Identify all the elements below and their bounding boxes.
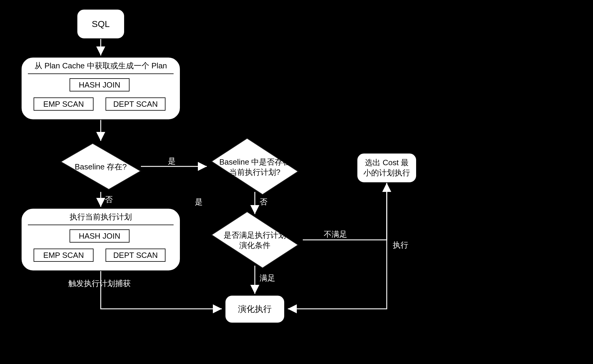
baseline-exists-diamond [61, 143, 141, 189]
edge-no-1: 否 [105, 194, 113, 205]
hash-join-box-2: HASH JOIN [70, 229, 130, 243]
edge-no-2: 否 [260, 197, 267, 207]
edge-execute: 执行 [393, 240, 408, 250]
flowchart-arrows [0, 0, 593, 364]
sql-label: SQL [92, 19, 110, 29]
dept-scan-box-2: DEPT SCAN [106, 249, 165, 262]
edge-trigger: 触发执行计划捕获 [68, 278, 131, 289]
emp-scan-box-2: EMP SCAN [34, 249, 94, 262]
evolve-exec-node: 演化执行 [225, 295, 285, 323]
evolve-exec-label: 演化执行 [238, 303, 272, 315]
edge-not-satisfy: 不满足 [324, 229, 347, 240]
cost-min-label: 选出 Cost 最 小的计划执行 [363, 158, 410, 178]
cost-min-node: 选出 Cost 最 小的计划执行 [357, 153, 417, 183]
edge-yes-2: 是 [195, 197, 203, 207]
plan-cache-box: 从 Plan Cache 中获取或生成一个 Plan HASH JOIN EMP… [21, 57, 180, 120]
emp-scan-box: EMP SCAN [34, 97, 94, 111]
dept-scan-box: DEPT SCAN [106, 97, 165, 111]
sql-node: SQL [77, 9, 125, 39]
cond-evolve-diamond [211, 211, 299, 268]
baseline-has-plan-diamond [211, 138, 299, 195]
edge-yes-1: 是 [168, 156, 176, 166]
plan-cache-title: 从 Plan Cache 中获取或生成一个 Plan [28, 58, 174, 74]
exec-current-box: 执行当前执行计划 HASH JOIN EMP SCAN DEPT SCAN [21, 208, 180, 271]
exec-current-title: 执行当前执行计划 [28, 209, 174, 225]
edge-satisfy: 满足 [260, 273, 275, 283]
hash-join-box: HASH JOIN [70, 78, 130, 91]
